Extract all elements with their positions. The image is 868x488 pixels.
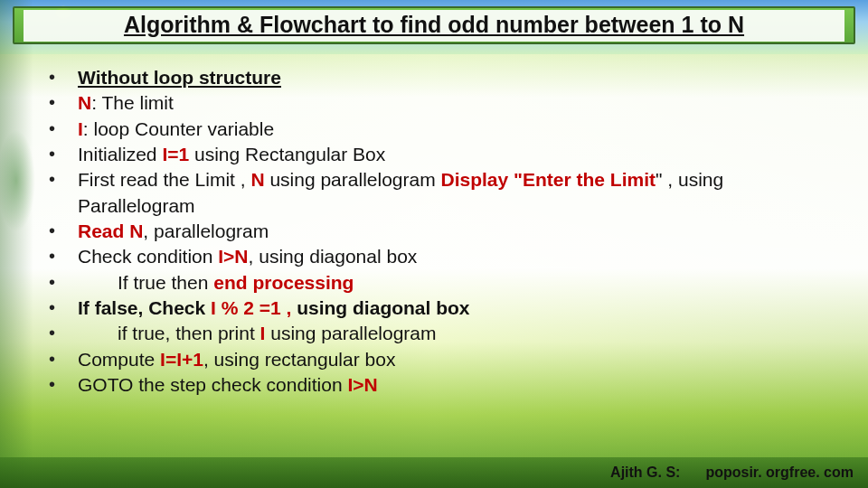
- text: GOTO the step check condition: [78, 374, 347, 395]
- text: Compute: [78, 349, 160, 370]
- bullet-item: Check condition I>N, using diagonal box: [36, 244, 832, 269]
- text: : loop Counter variable: [83, 118, 274, 139]
- text-var: I % 2 =1 ,: [211, 297, 297, 318]
- text: using parallelogram: [265, 169, 441, 190]
- bullet-item: if true, then print I using parallelogra…: [36, 321, 832, 346]
- text-var: I>N: [347, 374, 377, 395]
- bullet-item: If false, Check I % 2 =1 , using diagona…: [36, 296, 832, 321]
- text: using Rectangular Box: [189, 144, 385, 164]
- slide-title: Algorithm & Flowchart to find odd number…: [24, 10, 844, 42]
- bullet-item: Read N, parallelogram: [36, 219, 832, 244]
- text-var: I=I+1: [160, 349, 203, 370]
- bullet-item: N: The limit: [36, 90, 832, 116]
- bullet-item: GOTO the step check condition I>N: [36, 372, 832, 398]
- text: , parallelogram: [143, 221, 269, 241]
- bullet-item: Compute I=I+1, using rectangular box: [36, 347, 832, 372]
- text: Check condition: [78, 246, 218, 267]
- indent: If true then end processing: [78, 270, 354, 296]
- bullet-item: If true then end processing: [36, 270, 832, 296]
- text: First read the Limit ,: [78, 169, 250, 190]
- footer: Ajith G. S:poposir. orgfree. com: [610, 465, 854, 481]
- text-var: N: [78, 92, 91, 113]
- text: if true, then print: [118, 323, 260, 343]
- text-emph: end processing: [213, 272, 354, 293]
- indent: if true, then print I using parallelogra…: [78, 321, 437, 346]
- bullet-item: I: loop Counter variable: [36, 117, 832, 142]
- bullet-item: Initialized I=1 using Rectangular Box: [36, 142, 832, 167]
- text: If true then: [118, 272, 213, 293]
- footer-site: poposir. orgfree. com: [705, 465, 854, 480]
- content-area: Without loop structure N: The limit I: l…: [36, 65, 832, 443]
- bullet-item: Without loop structure: [36, 65, 832, 90]
- text: using parallelogram: [265, 323, 436, 343]
- text-emph: Display "Enter the Limit: [441, 169, 656, 190]
- text-heading: Without loop structure: [78, 67, 281, 88]
- bullet-list: Without loop structure N: The limit I: l…: [36, 65, 832, 398]
- text-var: N: [250, 169, 264, 190]
- text: , using diagonal box: [249, 246, 418, 267]
- text-var: I=1: [162, 144, 189, 164]
- text: using diagonal box: [297, 297, 469, 318]
- text-var: I>N: [218, 246, 248, 267]
- text: Initialized: [78, 144, 162, 164]
- text-emph: Read N: [78, 221, 143, 241]
- text: : The limit: [91, 92, 174, 113]
- text: , using rectangular box: [203, 349, 395, 370]
- title-bar: Algorithm & Flowchart to find odd number…: [13, 6, 855, 44]
- text: If false, Check: [78, 297, 211, 318]
- bullet-item: First read the Limit , N using parallelo…: [36, 167, 832, 219]
- slide: Algorithm & Flowchart to find odd number…: [0, 0, 868, 488]
- footer-author: Ajith G. S:: [610, 465, 680, 480]
